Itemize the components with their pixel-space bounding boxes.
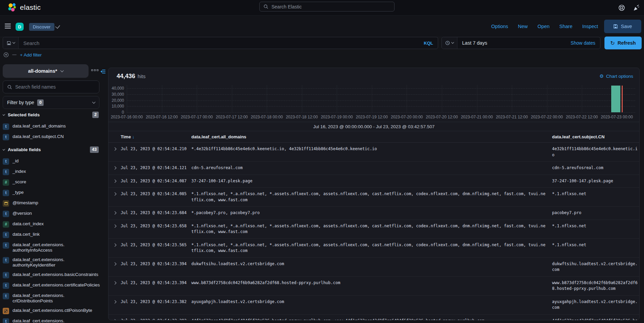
field-item[interactable]: t_id [3,158,102,165]
field-item[interactable]: tdata.leaf_cert.extensions.crlDistributi… [3,293,102,304]
field-type-date-icon [3,200,9,207]
kql-language-button[interactable]: KQL [424,41,438,46]
cell-time: Jul 23, 2023 @ 02:54:23.658 [121,223,191,235]
cell-all-domains: ayuxgahpjh.loadtest.v2.certsbridge.com [191,299,546,311]
field-item[interactable]: t_type [3,190,102,196]
add-filter-link[interactable]: + Add filter [20,52,42,57]
field-label: _index [13,169,26,174]
search-icon [7,85,12,90]
column-header-time[interactable]: Time↓ [121,134,135,139]
field-label: data.cert_index [13,221,44,227]
table-row[interactable]: Jul 23, 2023 @ 02:54:23.394dukwftsihu.lo… [109,258,639,277]
help-icon[interactable] [618,4,625,11]
field-item[interactable]: data.leaf_cert.extensions.ctlPoisonByte [3,308,102,314]
chevron-right-icon [113,281,116,284]
global-search[interactable] [259,2,395,11]
field-item[interactable]: tdata.leaf_cert.subject.CN [3,134,102,140]
cell-all-domains: dukwftsihu.loadtest.v2.certsbridge.com [191,261,546,273]
field-search[interactable] [3,80,99,93]
nav-action-inspect[interactable]: Inspect [582,24,598,29]
available-fields-header[interactable]: Available fields 43 [3,147,102,152]
news-icon[interactable] [633,4,640,11]
saved-query-menu-button[interactable] [3,37,19,49]
field-item[interactable]: tdata.leaf_cert.extensions.authorityInfo… [3,242,102,253]
cell-subject-cn: 4e32b1ff114bb86c45e4e6c0.keenetic.io [552,146,639,158]
show-dates-link[interactable]: Show dates [571,40,600,46]
filter-by-type-select[interactable]: Filter by type 0 [3,96,99,109]
collapse-sidebar-icon[interactable] [100,69,105,74]
expand-row-button[interactable] [109,146,121,158]
expand-row-button[interactable] [109,223,121,235]
query-input[interactable] [19,40,424,46]
expand-row-button[interactable] [109,178,121,184]
field-item[interactable]: tdata.leaf_cert.extensions.basicConstrai… [3,272,102,278]
field-item[interactable]: tdata.leaf_cert.all_domains [3,123,102,130]
histogram-bar[interactable] [611,86,620,112]
y-gridline [127,88,635,89]
field-item[interactable]: t_index [3,169,102,175]
selected-fields-header[interactable]: Selected fields 2 [3,112,102,117]
global-search-input[interactable] [271,4,390,9]
expand-row-button[interactable] [109,299,121,311]
table-row[interactable]: Jul 23, 2023 @ 02:54:24.121cdn-5.areufos… [109,162,639,175]
field-item[interactable]: tdata.leaf_cert.extensions. [3,318,102,323]
field-label: _score [13,179,26,185]
time-range-note: Jul 16, 2023 @ 00:00:00.000 - Jul 23, 20… [109,122,639,131]
field-label: @version [13,211,32,216]
expand-row-button[interactable] [109,210,121,216]
field-search-input[interactable] [15,84,95,90]
cell-subject-cn: *.1.nflxso.net [552,223,639,235]
data-view-selector[interactable]: all-domains* [3,64,89,78]
table-row[interactable]: Jul 23, 2023 @ 02:54:23.382ayuxgahpjh.lo… [109,296,639,315]
expand-row-button[interactable] [109,318,121,321]
query-bar-row: KQL Last 7 days Show dates ↻ Refresh [3,37,642,49]
field-settings-icon[interactable] [91,69,98,71]
time-range-value[interactable]: Last 7 days [457,40,487,46]
x-axis-label: 2023-07-22 12:00 [563,115,600,119]
field-type-string-icon: t [3,123,9,130]
table-row[interactable]: Jul 23, 2023 @ 02:54:23.38244f1a633aca43… [109,315,639,321]
table-row[interactable]: Jul 23, 2023 @ 02:54:23.658*.1.nflxso.ne… [109,220,639,239]
expand-row-button[interactable] [109,280,121,292]
column-header-subject-cn[interactable]: data.leaf_cert.subject.CN [552,134,604,139]
y-axis-label: 40,000 [109,86,124,91]
nav-action-new[interactable]: New [518,24,528,29]
table-row[interactable]: Jul 23, 2023 @ 02:54:23.394www.b873df275… [109,277,639,296]
filter-icon[interactable] [3,52,9,57]
cell-time: Jul 23, 2023 @ 02:54:23.394 [121,280,191,292]
nav-action-open[interactable]: Open [538,24,549,29]
breadcrumb-app-badge[interactable]: Discover [29,23,54,31]
cell-time: Jul 23, 2023 @ 02:54:24.121 [121,165,191,171]
time-quick-menu-button[interactable] [442,37,457,49]
refresh-button[interactable]: ↻ Refresh [604,37,642,49]
space-avatar[interactable]: D [16,23,24,31]
column-header-all-domains[interactable]: data.leaf_cert.all_domains [191,134,246,139]
y-axis-label: 30,000 [109,92,124,97]
nav-action-share[interactable]: Share [559,24,573,29]
expand-row-button[interactable] [109,261,121,273]
field-item[interactable]: #data.cert_index [3,221,102,228]
table-row[interactable]: Jul 23, 2023 @ 02:54:24.210*.4e32b1ff114… [109,143,639,162]
table-row[interactable]: Jul 23, 2023 @ 02:54:24.08737-247-100-14… [109,175,639,188]
elastic-logo[interactable]: elastic [7,3,41,12]
menu-icon[interactable] [5,24,11,28]
field-item[interactable]: tdata.leaf_cert.extensions.authorityKeyI… [3,257,102,268]
histogram-chart[interactable]: 40,00030,00020,00010,00002023-07-16 00:0… [109,68,640,122]
available-fields-count: 43 [90,146,99,153]
field-item[interactable]: #_score [3,179,102,186]
expand-row-button[interactable] [109,191,121,203]
field-item[interactable]: t@version [3,211,102,217]
expand-row-button[interactable] [109,242,121,254]
table-row[interactable]: Jul 23, 2023 @ 02:54:23.684*.pacobey7.pr… [109,207,639,220]
table-row[interactable]: Jul 23, 2023 @ 02:54:23.565*.1.nflxso.ne… [109,239,639,258]
date-picker: Last 7 days Show dates [442,37,600,49]
table-row[interactable]: Jul 23, 2023 @ 02:54:24.085*.1.nflxso.ne… [109,188,639,207]
save-button[interactable]: Save [604,20,641,33]
cell-subject-cn: ayuxgahpjh.loadtest.v2.certsbridge.com [552,299,639,311]
expand-row-button[interactable] [109,165,121,171]
field-item[interactable]: tdata.leaf_cert.extensions.certificatePo… [3,282,102,289]
field-type-string-icon: t [3,242,9,249]
nav-action-options[interactable]: Options [491,24,508,29]
field-item[interactable]: tdata.cert_link [3,232,102,238]
field-item[interactable]: @timestamp [3,200,102,207]
